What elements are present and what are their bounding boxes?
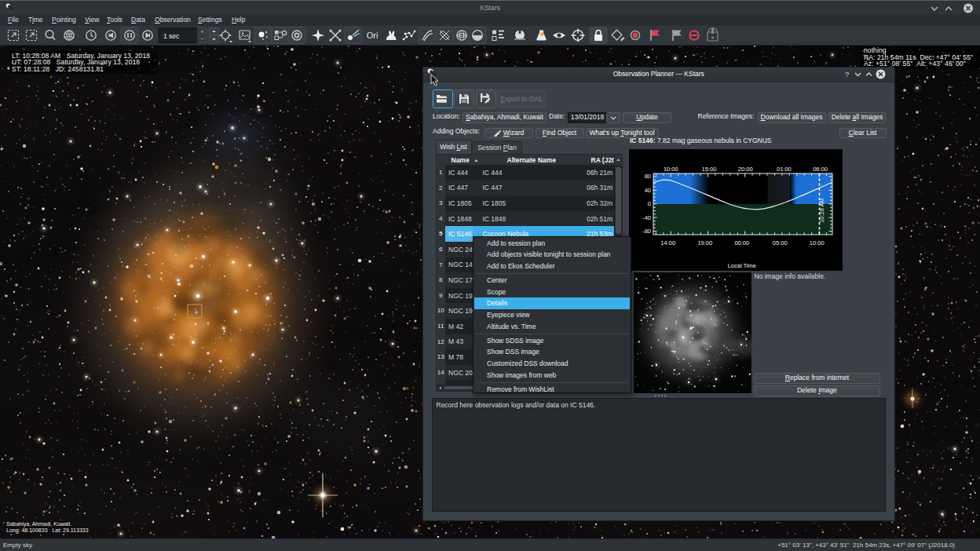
- svg-text:+: +: [200, 29, 203, 35]
- svg-text:14:00: 14:00: [660, 239, 675, 246]
- svg-text:10:00: 10:00: [810, 239, 825, 246]
- svg-text:0: 0: [648, 200, 651, 207]
- svg-text:10:28 AM: 10:28 AM: [818, 198, 825, 223]
- svg-text:10:00: 10:00: [664, 165, 678, 172]
- svg-text:?: ?: [845, 70, 849, 78]
- svg-text:06:00: 06:00: [813, 165, 828, 172]
- svg-text:20:00: 20:00: [738, 165, 753, 172]
- svg-text:40: 40: [645, 186, 651, 193]
- svg-text:15:00: 15:00: [702, 165, 717, 172]
- svg-text:19:00: 19:00: [697, 239, 712, 246]
- svg-text:01:00: 01:00: [777, 165, 792, 172]
- svg-text:−: −: [200, 36, 203, 42]
- svg-text:1 sec: 1 sec: [163, 32, 180, 40]
- svg-text:05:00: 05:00: [773, 239, 788, 246]
- svg-text:-40: -40: [642, 213, 651, 221]
- svg-text:Ori: Ori: [367, 31, 378, 40]
- svg-text:00:00: 00:00: [734, 239, 749, 246]
- svg-text:-80: -80: [642, 228, 651, 235]
- svg-text:80: 80: [645, 173, 651, 180]
- svg-text:Local Time: Local Time: [728, 262, 756, 269]
